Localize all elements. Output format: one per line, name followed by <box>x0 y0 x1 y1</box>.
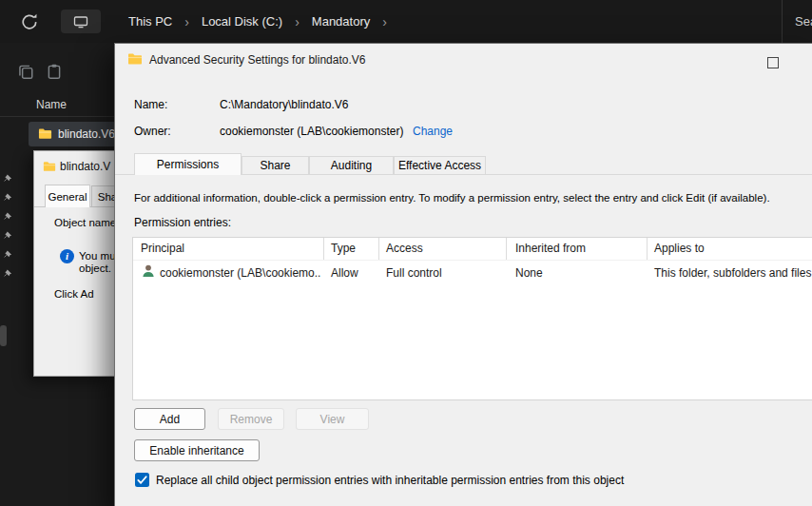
chevron-right-icon[interactable]: › <box>184 14 189 29</box>
object-name-label: Object name: <box>54 217 114 228</box>
col-header-principal[interactable]: Principal <box>141 242 184 255</box>
tab-auditing[interactable]: Auditing <box>309 156 394 175</box>
enable-inheritance-button[interactable]: Enable inheritance <box>134 439 260 461</box>
pin-icon[interactable] <box>4 269 15 281</box>
column-divider[interactable] <box>506 238 507 260</box>
replace-permissions-label[interactable]: Replace all child object permission entr… <box>156 474 624 487</box>
cell-type[interactable]: Allow <box>331 266 358 280</box>
cell-applies-to[interactable]: This folder, subfolders and files <box>654 266 811 280</box>
explorer-address-bar: This PC › Local Disk (C:) › Mandatory › … <box>0 0 812 43</box>
owner-label: Owner: <box>134 125 171 138</box>
add-button[interactable]: Add <box>134 408 205 430</box>
clipboard-icon[interactable] <box>46 63 63 80</box>
tab-effective-access[interactable]: Effective Access <box>394 156 486 175</box>
col-header-access[interactable]: Access <box>386 242 423 255</box>
click-hint-text: Click Ad <box>54 288 94 300</box>
owner-value: cookiemonster (LAB\cookiemonster) <box>220 125 403 138</box>
refresh-icon[interactable] <box>21 12 38 29</box>
folder-icon <box>43 160 56 173</box>
col-header-applies-to[interactable]: Applies to <box>654 242 705 255</box>
screen: This PC › Local Disk (C:) › Mandatory › … <box>0 0 812 506</box>
breadcrumb-mandatory[interactable]: Mandatory <box>310 10 372 32</box>
cell-inherited-from[interactable]: None <box>515 266 543 280</box>
column-divider[interactable] <box>378 238 379 260</box>
monitor-icon <box>73 14 88 29</box>
pin-icon[interactable] <box>4 231 15 243</box>
tab-sharing[interactable]: Sha <box>91 185 114 207</box>
maximize-button[interactable] <box>767 57 779 68</box>
column-divider[interactable] <box>647 238 648 260</box>
this-pc-chip[interactable] <box>61 10 101 33</box>
cell-principal[interactable]: cookiemonster (LAB\cookiemo... <box>160 266 321 280</box>
remove-button: Remove <box>218 408 284 430</box>
scrollbar-thumb[interactable] <box>0 325 7 346</box>
view-button: View <box>296 408 369 430</box>
info-text-line1: You mus <box>79 250 114 262</box>
column-header-name[interactable]: Name <box>36 98 67 111</box>
breadcrumb-local-disk[interactable]: Local Disk (C:) <box>200 10 284 32</box>
dialog-title: Advanced Security Settings for blindato.… <box>149 53 365 67</box>
column-divider[interactable] <box>323 238 324 260</box>
replace-permissions-checkbox[interactable] <box>135 473 149 487</box>
tab-share[interactable]: Share <box>242 156 309 175</box>
tab-general[interactable]: General <box>45 185 90 207</box>
pin-icon[interactable] <box>4 174 15 185</box>
file-name: blindato.V6 <box>58 127 115 141</box>
chevron-right-icon[interactable]: › <box>295 14 300 29</box>
search-input[interactable]: Sea <box>782 0 812 43</box>
user-icon <box>141 263 156 279</box>
col-header-inherited-from[interactable]: Inherited from <box>515 242 586 255</box>
folder-icon <box>127 51 143 67</box>
advanced-security-dialog: Advanced Security Settings for blindato.… <box>114 43 812 506</box>
change-owner-link[interactable]: Change <box>413 125 453 138</box>
info-icon: i <box>60 249 74 263</box>
file-row-selected[interactable]: blindato.V6 <box>29 122 120 146</box>
col-header-type[interactable]: Type <box>331 242 356 255</box>
name-label: Name: <box>134 98 167 111</box>
name-value: C:\Mandatory\blindato.V6 <box>220 98 348 111</box>
chevron-right-icon[interactable]: › <box>382 14 387 29</box>
instruction-text: For additional information, double-click… <box>134 192 812 204</box>
properties-dialog: blindato.V General Sha Object name: i Yo… <box>33 150 114 377</box>
pin-icon[interactable] <box>4 212 15 224</box>
properties-dialog-title: blindato.V <box>60 160 110 173</box>
tab-permissions[interactable]: Permissions <box>134 153 242 175</box>
copy-icon[interactable] <box>17 63 34 80</box>
info-text-line2: object. <box>79 263 111 274</box>
header-divider <box>133 260 812 261</box>
breadcrumb-this-pc[interactable]: This PC <box>126 10 174 32</box>
cell-access[interactable]: Full control <box>386 266 442 280</box>
permission-entries-label: Permission entries: <box>134 216 231 229</box>
permission-entries-table[interactable]: Principal Type Access Inherited from App… <box>132 237 812 400</box>
pin-icon[interactable] <box>4 250 15 262</box>
column-divider <box>0 116 120 117</box>
folder-icon <box>38 126 52 141</box>
check-icon <box>136 474 148 486</box>
pin-icon[interactable] <box>4 193 15 204</box>
breadcrumb: This PC › Local Disk (C:) › Mandatory › <box>126 0 397 43</box>
